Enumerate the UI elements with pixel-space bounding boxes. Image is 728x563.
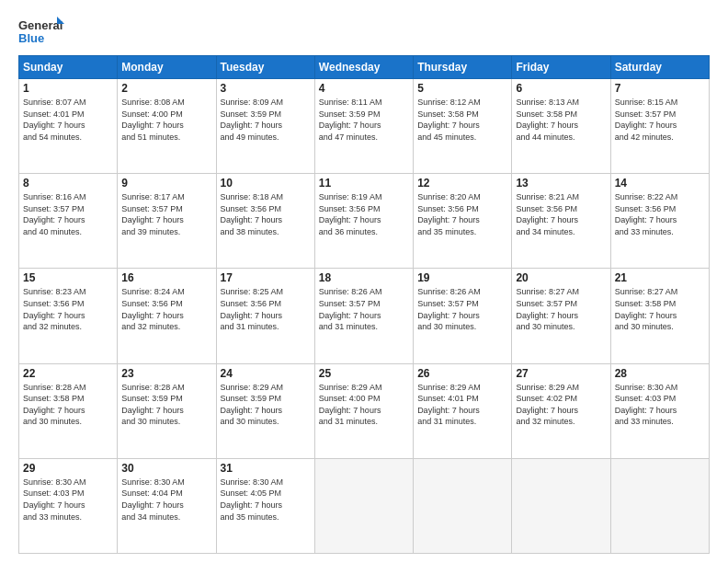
cell-content: Sunrise: 8:30 AMSunset: 4:05 PMDaylight:… [221, 477, 311, 523]
calendar-cell: 11Sunrise: 8:19 AMSunset: 3:56 PMDayligh… [314, 174, 413, 269]
calendar-cell: 18Sunrise: 8:26 AMSunset: 3:57 PMDayligh… [314, 269, 413, 363]
day-number: 23 [121, 367, 211, 380]
day-number: 5 [417, 82, 507, 95]
cell-content: Sunrise: 8:07 AMSunset: 4:01 PMDaylight:… [23, 97, 113, 143]
calendar-cell: 29Sunrise: 8:30 AMSunset: 4:03 PMDayligh… [19, 458, 118, 553]
day-header-wednesday: Wednesday [314, 56, 413, 79]
cell-content: Sunrise: 8:26 AMSunset: 3:57 PMDaylight:… [319, 286, 409, 332]
week-row-1: 1Sunrise: 8:07 AMSunset: 4:01 PMDaylight… [19, 79, 710, 174]
day-header-saturday: Saturday [610, 56, 709, 79]
calendar-cell: 16Sunrise: 8:24 AMSunset: 3:56 PMDayligh… [118, 269, 216, 363]
calendar-cell: 10Sunrise: 8:18 AMSunset: 3:56 PMDayligh… [216, 174, 314, 269]
calendar-cell: 20Sunrise: 8:27 AMSunset: 3:57 PMDayligh… [512, 269, 610, 363]
day-number: 9 [121, 177, 211, 190]
day-number: 24 [221, 367, 311, 380]
day-header-thursday: Thursday [414, 56, 512, 79]
day-number: 16 [121, 271, 211, 284]
cell-content: Sunrise: 8:08 AMSunset: 4:00 PMDaylight:… [121, 97, 211, 143]
svg-text:Blue: Blue [18, 31, 44, 45]
day-number: 26 [417, 367, 507, 380]
calendar-cell: 25Sunrise: 8:29 AMSunset: 4:00 PMDayligh… [314, 363, 413, 458]
day-number: 4 [319, 82, 409, 95]
calendar-cell: 9Sunrise: 8:17 AMSunset: 3:57 PMDaylight… [118, 174, 216, 269]
cell-content: Sunrise: 8:30 AMSunset: 4:03 PMDaylight:… [23, 477, 113, 523]
calendar-cell: 19Sunrise: 8:26 AMSunset: 3:57 PMDayligh… [414, 269, 512, 363]
calendar-cell [512, 458, 610, 553]
cell-content: Sunrise: 8:29 AMSunset: 4:01 PMDaylight:… [417, 382, 507, 428]
calendar-cell: 30Sunrise: 8:30 AMSunset: 4:04 PMDayligh… [118, 458, 216, 553]
calendar-cell: 12Sunrise: 8:20 AMSunset: 3:56 PMDayligh… [414, 174, 512, 269]
cell-content: Sunrise: 8:09 AMSunset: 3:59 PMDaylight:… [221, 97, 311, 143]
cell-content: Sunrise: 8:20 AMSunset: 3:56 PMDaylight:… [417, 191, 507, 237]
cell-content: Sunrise: 8:26 AMSunset: 3:57 PMDaylight:… [417, 286, 507, 332]
calendar-cell: 23Sunrise: 8:28 AMSunset: 3:59 PMDayligh… [118, 363, 216, 458]
cell-content: Sunrise: 8:27 AMSunset: 3:58 PMDaylight:… [615, 286, 705, 332]
cell-content: Sunrise: 8:12 AMSunset: 3:58 PMDaylight:… [417, 97, 507, 143]
calendar-cell: 8Sunrise: 8:16 AMSunset: 3:57 PMDaylight… [19, 174, 118, 269]
calendar-table: SundayMondayTuesdayWednesdayThursdayFrid… [18, 55, 710, 554]
day-number: 30 [121, 462, 211, 475]
day-number: 12 [417, 177, 507, 190]
svg-text:General: General [18, 18, 63, 32]
cell-content: Sunrise: 8:22 AMSunset: 3:56 PMDaylight:… [615, 191, 705, 237]
calendar-cell: 26Sunrise: 8:29 AMSunset: 4:01 PMDayligh… [414, 363, 512, 458]
calendar-cell: 17Sunrise: 8:25 AMSunset: 3:56 PMDayligh… [216, 269, 314, 363]
cell-content: Sunrise: 8:17 AMSunset: 3:57 PMDaylight:… [121, 191, 211, 237]
calendar-cell: 21Sunrise: 8:27 AMSunset: 3:58 PMDayligh… [610, 269, 709, 363]
day-number: 15 [23, 271, 113, 284]
day-number: 10 [221, 177, 311, 190]
day-number: 22 [23, 367, 113, 380]
week-row-5: 29Sunrise: 8:30 AMSunset: 4:03 PMDayligh… [19, 458, 710, 553]
calendar-cell: 6Sunrise: 8:13 AMSunset: 3:58 PMDaylight… [512, 79, 610, 174]
page: General Blue SundayMondayTuesdayWednesda… [0, 0, 728, 563]
cell-content: Sunrise: 8:24 AMSunset: 3:56 PMDaylight:… [121, 286, 211, 332]
calendar-cell: 5Sunrise: 8:12 AMSunset: 3:58 PMDaylight… [414, 79, 512, 174]
week-row-3: 15Sunrise: 8:23 AMSunset: 3:56 PMDayligh… [19, 269, 710, 363]
week-row-2: 8Sunrise: 8:16 AMSunset: 3:57 PMDaylight… [19, 174, 710, 269]
cell-content: Sunrise: 8:11 AMSunset: 3:59 PMDaylight:… [319, 97, 409, 143]
day-number: 31 [221, 462, 311, 475]
cell-content: Sunrise: 8:15 AMSunset: 3:57 PMDaylight:… [615, 97, 705, 143]
day-number: 3 [221, 82, 311, 95]
calendar-cell: 2Sunrise: 8:08 AMSunset: 4:00 PMDaylight… [118, 79, 216, 174]
cell-content: Sunrise: 8:19 AMSunset: 3:56 PMDaylight:… [319, 191, 409, 237]
cell-content: Sunrise: 8:29 AMSunset: 3:59 PMDaylight:… [221, 382, 311, 428]
calendar-cell: 28Sunrise: 8:30 AMSunset: 4:03 PMDayligh… [610, 363, 709, 458]
day-number: 6 [516, 82, 606, 95]
day-header-monday: Monday [118, 56, 216, 79]
calendar-cell: 13Sunrise: 8:21 AMSunset: 3:56 PMDayligh… [512, 174, 610, 269]
calendar-cell [610, 458, 709, 553]
calendar-cell: 24Sunrise: 8:29 AMSunset: 3:59 PMDayligh… [216, 363, 314, 458]
week-row-4: 22Sunrise: 8:28 AMSunset: 3:58 PMDayligh… [19, 363, 710, 458]
calendar-cell: 14Sunrise: 8:22 AMSunset: 3:56 PMDayligh… [610, 174, 709, 269]
day-header-tuesday: Tuesday [216, 56, 314, 79]
calendar-cell: 3Sunrise: 8:09 AMSunset: 3:59 PMDaylight… [216, 79, 314, 174]
day-number: 21 [615, 271, 705, 284]
calendar-header-row: SundayMondayTuesdayWednesdayThursdayFrid… [19, 56, 710, 79]
day-number: 7 [615, 82, 705, 95]
calendar-cell: 22Sunrise: 8:28 AMSunset: 3:58 PMDayligh… [19, 363, 118, 458]
day-number: 11 [319, 177, 409, 190]
day-number: 28 [615, 367, 705, 380]
day-number: 25 [319, 367, 409, 380]
calendar-cell: 4Sunrise: 8:11 AMSunset: 3:59 PMDaylight… [314, 79, 413, 174]
calendar-cell: 31Sunrise: 8:30 AMSunset: 4:05 PMDayligh… [216, 458, 314, 553]
calendar-cell: 7Sunrise: 8:15 AMSunset: 3:57 PMDaylight… [610, 79, 709, 174]
calendar-cell [414, 458, 512, 553]
day-number: 18 [319, 271, 409, 284]
cell-content: Sunrise: 8:13 AMSunset: 3:58 PMDaylight:… [516, 97, 606, 143]
calendar-cell [314, 458, 413, 553]
day-number: 8 [23, 177, 113, 190]
cell-content: Sunrise: 8:23 AMSunset: 3:56 PMDaylight:… [23, 286, 113, 332]
logo: General Blue [18, 15, 64, 48]
cell-content: Sunrise: 8:28 AMSunset: 3:59 PMDaylight:… [121, 382, 211, 428]
day-header-sunday: Sunday [19, 56, 118, 79]
calendar-cell: 27Sunrise: 8:29 AMSunset: 4:02 PMDayligh… [512, 363, 610, 458]
day-number: 17 [221, 271, 311, 284]
day-number: 19 [417, 271, 507, 284]
logo-svg: General Blue [18, 15, 64, 48]
day-number: 27 [516, 367, 606, 380]
day-number: 20 [516, 271, 606, 284]
cell-content: Sunrise: 8:18 AMSunset: 3:56 PMDaylight:… [221, 191, 311, 237]
day-header-friday: Friday [512, 56, 610, 79]
